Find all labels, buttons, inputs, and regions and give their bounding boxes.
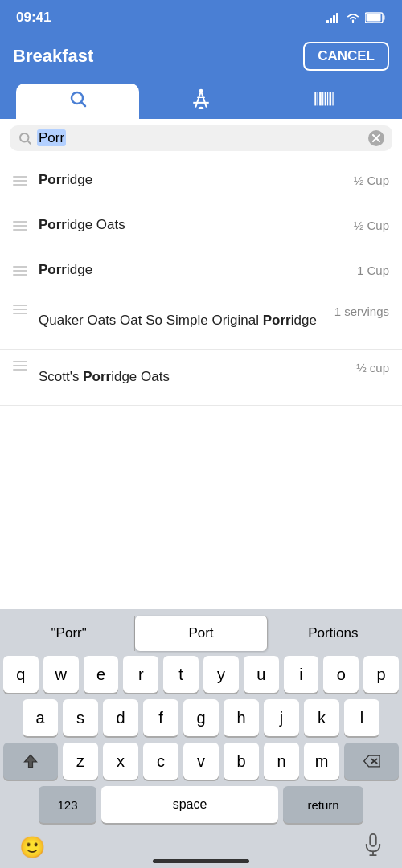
result-name: Porridge <box>39 261 351 279</box>
svg-line-8 <box>81 103 85 107</box>
result-name: Scott's Porridge Oats <box>39 368 350 386</box>
signal-icon <box>326 12 341 23</box>
result-amount: 1 servings <box>334 305 389 318</box>
result-item[interactable]: Porridge ½ Cup <box>0 158 402 203</box>
result-name: Quaker Oats Oat So Simple Original Porri… <box>39 312 328 330</box>
key-y[interactable]: y <box>203 656 239 693</box>
svg-rect-12 <box>318 92 318 106</box>
key-c[interactable]: c <box>143 743 178 780</box>
key-z[interactable]: z <box>63 743 98 780</box>
key-s[interactable]: s <box>63 699 98 736</box>
key-k[interactable]: k <box>304 699 339 736</box>
key-o[interactable]: o <box>323 656 359 693</box>
search-tab-icon <box>68 89 88 113</box>
tab-recent[interactable] <box>139 84 262 119</box>
tab-barcode[interactable] <box>263 84 386 119</box>
search-bar: Porr <box>0 119 402 158</box>
drag-handle <box>13 361 27 371</box>
key-t[interactable]: t <box>163 656 199 693</box>
cancel-button[interactable]: CANCEL <box>303 42 389 71</box>
result-amount: ½ Cup <box>354 174 389 187</box>
drag-handle <box>13 266 27 276</box>
autocomplete-bar: "Porr" Port Portions <box>3 616 399 651</box>
keyboard: "Porr" Port Portions q w e r t y u i o p… <box>0 609 402 868</box>
key-f[interactable]: f <box>143 699 178 736</box>
key-backspace[interactable] <box>344 743 399 780</box>
svg-line-20 <box>27 141 30 143</box>
key-shift[interactable] <box>3 743 58 780</box>
drag-handle <box>13 176 27 186</box>
key-r[interactable]: r <box>123 656 158 693</box>
svg-rect-0 <box>326 20 329 23</box>
key-u[interactable]: u <box>244 656 279 693</box>
key-i[interactable]: i <box>284 656 319 693</box>
svg-point-10 <box>199 89 203 93</box>
header-title: Breakfast <box>13 46 93 67</box>
svg-rect-13 <box>319 92 322 106</box>
mic-icon[interactable] <box>363 833 383 861</box>
tab-search[interactable] <box>16 84 139 119</box>
barcode-tab-icon <box>314 90 334 113</box>
key-l[interactable]: l <box>344 699 379 736</box>
key-a[interactable]: a <box>23 699 58 736</box>
svg-rect-14 <box>322 92 323 106</box>
keyboard-row-3: z x c v b n m <box>3 743 399 780</box>
svg-rect-1 <box>330 18 332 23</box>
result-name: Porridge Oats <box>39 216 347 234</box>
key-n[interactable]: n <box>264 743 299 780</box>
clear-search-button[interactable] <box>368 130 384 146</box>
svg-rect-6 <box>367 14 381 22</box>
svg-rect-15 <box>325 92 326 106</box>
search-input-wrapper[interactable]: Porr <box>10 125 392 151</box>
svg-rect-11 <box>315 92 317 106</box>
status-bar: 09:41 <box>0 0 402 35</box>
autocomplete-item-portions[interactable]: Portions <box>268 616 399 651</box>
result-name: Porridge <box>39 171 347 189</box>
svg-rect-25 <box>370 834 375 846</box>
key-j[interactable]: j <box>264 699 299 736</box>
drag-handle <box>13 221 27 231</box>
key-v[interactable]: v <box>183 743 219 780</box>
key-d[interactable]: d <box>103 699 138 736</box>
key-p[interactable]: p <box>363 656 399 693</box>
results-list: Porridge ½ Cup Porridge Oats ½ Cup Porri… <box>0 158 402 406</box>
emoji-icon[interactable]: 🙂 <box>19 835 45 860</box>
header: Breakfast CANCEL <box>0 35 402 77</box>
key-return[interactable]: return <box>283 786 363 823</box>
svg-rect-16 <box>327 92 328 106</box>
key-h[interactable]: h <box>224 699 259 736</box>
svg-rect-5 <box>384 15 385 20</box>
key-m[interactable]: m <box>304 743 339 780</box>
search-small-icon <box>18 131 32 145</box>
keyboard-row-4: 123 space return <box>3 786 399 823</box>
svg-rect-17 <box>330 92 332 106</box>
autocomplete-item-port[interactable]: Port <box>135 616 267 651</box>
key-e[interactable]: e <box>84 656 119 693</box>
key-w[interactable]: w <box>43 656 79 693</box>
result-item[interactable]: Porridge Oats ½ Cup <box>0 203 402 248</box>
key-numbers[interactable]: 123 <box>39 786 96 823</box>
result-item[interactable]: Porridge 1 Cup <box>0 248 402 293</box>
result-item[interactable]: Quaker Oats Oat So Simple Original Porri… <box>0 293 402 350</box>
search-input[interactable]: Porr <box>37 130 368 146</box>
result-amount: ½ Cup <box>354 219 389 232</box>
keyboard-row-1: q w e r t y u i o p <box>3 656 399 693</box>
tab-bar <box>0 77 402 119</box>
result-amount: 1 Cup <box>357 264 389 277</box>
status-icons <box>326 12 386 23</box>
key-x[interactable]: x <box>103 743 138 780</box>
autocomplete-item-porr[interactable]: "Porr" <box>3 616 135 651</box>
key-space[interactable]: space <box>101 786 278 823</box>
status-time: 09:41 <box>16 10 51 26</box>
home-indicator <box>153 859 249 863</box>
key-q[interactable]: q <box>3 656 39 693</box>
svg-rect-2 <box>333 15 335 23</box>
result-item[interactable]: Scott's Porridge Oats ½ cup <box>0 350 402 406</box>
wifi-icon <box>346 12 360 23</box>
svg-rect-18 <box>333 92 334 106</box>
recent-tab-icon <box>191 88 211 114</box>
key-b[interactable]: b <box>224 743 259 780</box>
key-g[interactable]: g <box>183 699 219 736</box>
drag-handle <box>13 305 27 314</box>
svg-rect-3 <box>336 13 338 23</box>
